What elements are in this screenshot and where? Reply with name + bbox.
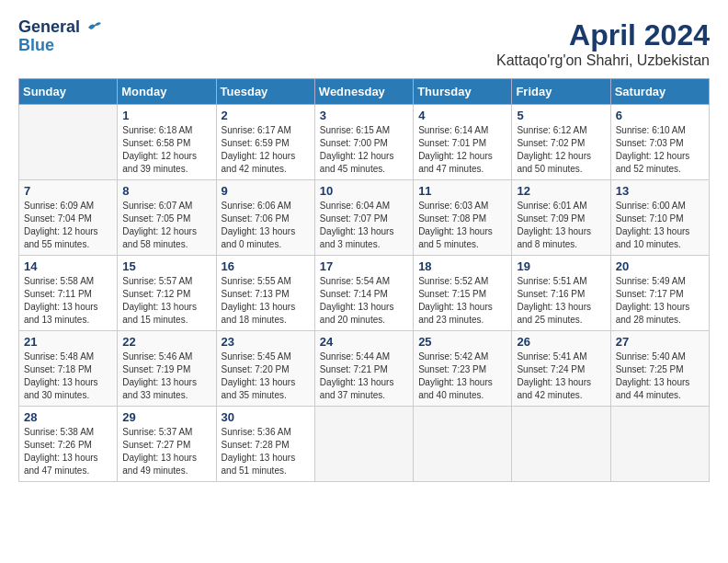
- calendar-title: April 2024: [496, 18, 710, 52]
- day-number: 3: [320, 109, 408, 122]
- page-header: General Blue April 2024 Kattaqo'rg'on Sh…: [18, 18, 710, 69]
- day-info: Sunrise: 6:09 AM Sunset: 7:04 PM Dayligh…: [24, 200, 112, 251]
- column-header-monday: Monday: [118, 79, 216, 105]
- day-cell: 25Sunrise: 5:42 AM Sunset: 7:23 PM Dayli…: [414, 331, 512, 407]
- day-cell: 14Sunrise: 5:58 AM Sunset: 7:11 PM Dayli…: [19, 256, 118, 331]
- day-cell: 13Sunrise: 6:00 AM Sunset: 7:10 PM Dayli…: [610, 180, 709, 256]
- week-row-1: 1Sunrise: 6:18 AM Sunset: 6:58 PM Daylig…: [19, 105, 710, 180]
- day-cell: 1Sunrise: 6:18 AM Sunset: 6:58 PM Daylig…: [118, 105, 216, 180]
- day-cell: [414, 407, 512, 482]
- day-info: Sunrise: 6:14 AM Sunset: 7:01 PM Dayligh…: [418, 124, 506, 176]
- day-info: Sunrise: 5:46 AM Sunset: 7:19 PM Dayligh…: [122, 350, 210, 402]
- day-number: 8: [122, 184, 210, 198]
- day-number: 19: [517, 259, 605, 273]
- day-cell: 8Sunrise: 6:07 AM Sunset: 7:05 PM Daylig…: [118, 180, 216, 256]
- day-info: Sunrise: 5:37 AM Sunset: 7:27 PM Dayligh…: [122, 426, 210, 477]
- day-cell: 2Sunrise: 6:17 AM Sunset: 6:59 PM Daylig…: [216, 105, 314, 180]
- day-number: 29: [122, 410, 210, 424]
- day-cell: 20Sunrise: 5:49 AM Sunset: 7:17 PM Dayli…: [610, 256, 709, 331]
- day-cell: [314, 407, 413, 482]
- day-info: Sunrise: 6:01 AM Sunset: 7:09 PM Dayligh…: [517, 200, 605, 251]
- day-cell: 11Sunrise: 6:03 AM Sunset: 7:08 PM Dayli…: [414, 180, 512, 256]
- column-header-sunday: Sunday: [19, 79, 118, 105]
- day-info: Sunrise: 6:10 AM Sunset: 7:03 PM Dayligh…: [616, 124, 704, 176]
- header-row: SundayMondayTuesdayWednesdayThursdayFrid…: [19, 79, 710, 105]
- day-number: 28: [24, 410, 112, 424]
- day-number: 12: [517, 184, 605, 198]
- day-number: 14: [24, 259, 112, 273]
- day-cell: 21Sunrise: 5:48 AM Sunset: 7:18 PM Dayli…: [19, 331, 118, 407]
- logo-bird-icon: [86, 21, 103, 34]
- day-info: Sunrise: 5:52 AM Sunset: 7:15 PM Dayligh…: [418, 275, 506, 327]
- day-cell: 27Sunrise: 5:40 AM Sunset: 7:25 PM Dayli…: [610, 331, 709, 407]
- day-number: 27: [616, 335, 704, 349]
- day-cell: 4Sunrise: 6:14 AM Sunset: 7:01 PM Daylig…: [414, 105, 512, 180]
- week-row-2: 7Sunrise: 6:09 AM Sunset: 7:04 PM Daylig…: [19, 180, 710, 256]
- day-number: 1: [122, 109, 210, 122]
- day-info: Sunrise: 6:04 AM Sunset: 7:07 PM Dayligh…: [320, 200, 408, 251]
- day-number: 5: [517, 109, 605, 122]
- title-block: April 2024 Kattaqo'rg'on Shahri, Uzbekis…: [496, 18, 710, 69]
- column-header-thursday: Thursday: [414, 79, 512, 105]
- day-number: 25: [418, 335, 506, 349]
- day-number: 24: [320, 335, 408, 349]
- day-info: Sunrise: 5:44 AM Sunset: 7:21 PM Dayligh…: [320, 350, 408, 402]
- day-cell: [19, 105, 118, 180]
- day-cell: 22Sunrise: 5:46 AM Sunset: 7:19 PM Dayli…: [118, 331, 216, 407]
- day-cell: 29Sunrise: 5:37 AM Sunset: 7:27 PM Dayli…: [118, 407, 216, 482]
- day-number: 20: [616, 259, 704, 273]
- day-info: Sunrise: 5:42 AM Sunset: 7:23 PM Dayligh…: [418, 350, 506, 402]
- day-cell: 12Sunrise: 6:01 AM Sunset: 7:09 PM Dayli…: [512, 180, 610, 256]
- day-info: Sunrise: 6:15 AM Sunset: 7:00 PM Dayligh…: [320, 124, 408, 176]
- day-cell: 7Sunrise: 6:09 AM Sunset: 7:04 PM Daylig…: [19, 180, 118, 256]
- day-info: Sunrise: 5:36 AM Sunset: 7:28 PM Dayligh…: [222, 426, 310, 477]
- day-number: 30: [222, 410, 310, 424]
- day-cell: 23Sunrise: 5:45 AM Sunset: 7:20 PM Dayli…: [216, 331, 314, 407]
- day-number: 7: [24, 184, 112, 198]
- logo: General Blue: [18, 18, 103, 55]
- calendar-subtitle: Kattaqo'rg'on Shahri, Uzbekistan: [496, 52, 710, 69]
- day-number: 2: [222, 109, 310, 122]
- day-number: 11: [418, 184, 506, 198]
- column-header-tuesday: Tuesday: [216, 79, 314, 105]
- column-header-friday: Friday: [512, 79, 610, 105]
- day-number: 6: [616, 109, 704, 122]
- day-cell: 5Sunrise: 6:12 AM Sunset: 7:02 PM Daylig…: [512, 105, 610, 180]
- day-cell: 17Sunrise: 5:54 AM Sunset: 7:14 PM Dayli…: [314, 256, 413, 331]
- day-cell: [512, 407, 610, 482]
- day-number: 23: [222, 335, 310, 349]
- day-info: Sunrise: 6:00 AM Sunset: 7:10 PM Dayligh…: [616, 200, 704, 251]
- day-info: Sunrise: 5:45 AM Sunset: 7:20 PM Dayligh…: [222, 350, 310, 402]
- day-cell: [610, 407, 709, 482]
- day-info: Sunrise: 5:51 AM Sunset: 7:16 PM Dayligh…: [517, 275, 605, 327]
- day-number: 4: [418, 109, 506, 122]
- day-info: Sunrise: 6:12 AM Sunset: 7:02 PM Dayligh…: [517, 124, 605, 176]
- logo-blue: Blue: [18, 36, 54, 54]
- day-number: 13: [616, 184, 704, 198]
- day-info: Sunrise: 5:55 AM Sunset: 7:13 PM Dayligh…: [222, 275, 310, 327]
- day-number: 21: [24, 335, 112, 349]
- day-cell: 6Sunrise: 6:10 AM Sunset: 7:03 PM Daylig…: [610, 105, 709, 180]
- column-header-saturday: Saturday: [610, 79, 709, 105]
- logo-general: General: [18, 17, 80, 36]
- day-cell: 18Sunrise: 5:52 AM Sunset: 7:15 PM Dayli…: [414, 256, 512, 331]
- day-cell: 15Sunrise: 5:57 AM Sunset: 7:12 PM Dayli…: [118, 256, 216, 331]
- day-info: Sunrise: 6:03 AM Sunset: 7:08 PM Dayligh…: [418, 200, 506, 251]
- day-cell: 3Sunrise: 6:15 AM Sunset: 7:00 PM Daylig…: [314, 105, 413, 180]
- day-cell: 28Sunrise: 5:38 AM Sunset: 7:26 PM Dayli…: [19, 407, 118, 482]
- day-cell: 10Sunrise: 6:04 AM Sunset: 7:07 PM Dayli…: [314, 180, 413, 256]
- week-row-3: 14Sunrise: 5:58 AM Sunset: 7:11 PM Dayli…: [19, 256, 710, 331]
- day-info: Sunrise: 6:18 AM Sunset: 6:58 PM Dayligh…: [122, 124, 210, 176]
- day-number: 16: [222, 259, 310, 273]
- day-cell: 24Sunrise: 5:44 AM Sunset: 7:21 PM Dayli…: [314, 331, 413, 407]
- day-info: Sunrise: 5:58 AM Sunset: 7:11 PM Dayligh…: [24, 275, 112, 327]
- day-cell: 26Sunrise: 5:41 AM Sunset: 7:24 PM Dayli…: [512, 331, 610, 407]
- day-info: Sunrise: 5:49 AM Sunset: 7:17 PM Dayligh…: [616, 275, 704, 327]
- day-info: Sunrise: 5:57 AM Sunset: 7:12 PM Dayligh…: [122, 275, 210, 327]
- week-row-5: 28Sunrise: 5:38 AM Sunset: 7:26 PM Dayli…: [19, 407, 710, 482]
- day-info: Sunrise: 5:38 AM Sunset: 7:26 PM Dayligh…: [24, 426, 112, 477]
- day-number: 22: [122, 335, 210, 349]
- day-number: 10: [320, 184, 408, 198]
- column-header-wednesday: Wednesday: [314, 79, 413, 105]
- day-info: Sunrise: 5:48 AM Sunset: 7:18 PM Dayligh…: [24, 350, 112, 402]
